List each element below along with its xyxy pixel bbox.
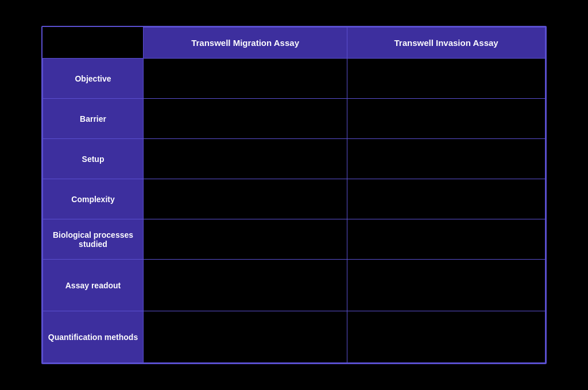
cell-complexity-invasion bbox=[347, 179, 546, 219]
row-label-biological: Biological processes studied bbox=[43, 219, 144, 260]
cell-quantification-invasion bbox=[347, 311, 546, 363]
header-empty bbox=[43, 28, 144, 59]
row-quantification-methods: Quantification methods bbox=[43, 311, 546, 363]
row-objective: Objective bbox=[43, 59, 546, 99]
cell-setup-invasion bbox=[347, 139, 546, 179]
cell-objective-invasion bbox=[347, 59, 546, 99]
cell-barrier-invasion bbox=[347, 99, 546, 139]
row-barrier: Barrier bbox=[43, 99, 546, 139]
cell-assay-migration bbox=[144, 260, 347, 311]
comparison-table: Transwell Migration Assay Transwell Inva… bbox=[41, 26, 547, 364]
header-migration-assay: Transwell Migration Assay bbox=[144, 28, 347, 59]
cell-biological-invasion bbox=[347, 219, 546, 260]
row-label-setup: Setup bbox=[43, 139, 144, 179]
row-label-barrier: Barrier bbox=[43, 99, 144, 139]
row-setup: Setup bbox=[43, 139, 546, 179]
cell-objective-migration bbox=[144, 59, 347, 99]
row-assay-readout: Assay readout bbox=[43, 260, 546, 311]
row-label-objective: Objective bbox=[43, 59, 144, 99]
cell-biological-migration bbox=[144, 219, 347, 260]
row-label-quantification: Quantification methods bbox=[43, 311, 144, 363]
row-label-assay-readout: Assay readout bbox=[43, 260, 144, 311]
row-label-complexity: Complexity bbox=[43, 179, 144, 219]
cell-setup-migration bbox=[144, 139, 347, 179]
cell-assay-invasion bbox=[347, 260, 546, 311]
row-biological-processes: Biological processes studied bbox=[43, 219, 546, 260]
cell-barrier-migration bbox=[144, 99, 347, 139]
row-complexity: Complexity bbox=[43, 179, 546, 219]
cell-complexity-migration bbox=[144, 179, 347, 219]
cell-quantification-migration bbox=[144, 311, 347, 363]
header-invasion-assay: Transwell Invasion Assay bbox=[347, 28, 546, 59]
